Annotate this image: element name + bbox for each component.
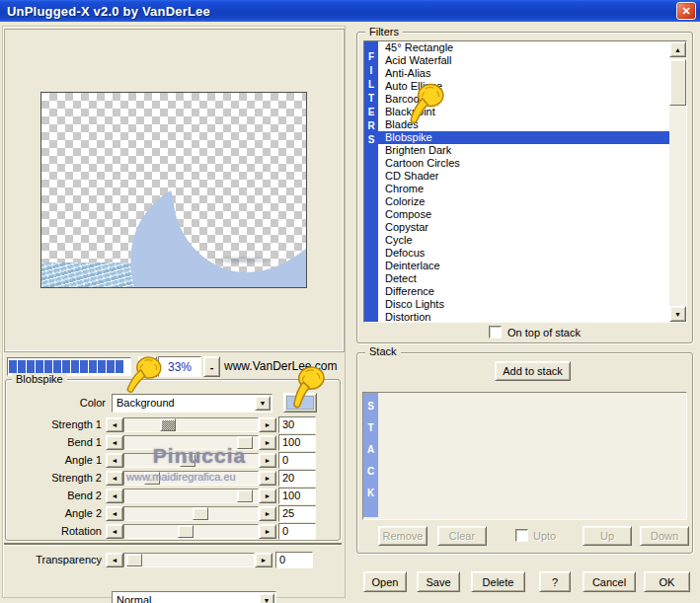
transparency-row: Transparency ◄ ► 0 <box>8 551 344 568</box>
slider-left-arrow-icon[interactable]: ◄ <box>106 506 123 521</box>
filter-list-item[interactable]: Distortion <box>378 311 669 322</box>
slider-right-arrow-icon[interactable]: ► <box>259 506 276 521</box>
filter-list-item[interactable]: Anti-Alias <box>378 67 669 80</box>
filter-list-item[interactable]: Chrome <box>378 183 669 195</box>
progress-block <box>36 360 43 373</box>
slider-value-field[interactable]: 30 <box>278 416 316 433</box>
slider-value-field[interactable]: 25 <box>278 505 316 522</box>
progress-block <box>107 360 115 373</box>
slider-value-field[interactable]: 0 <box>278 452 316 469</box>
zoom-out-button[interactable]: - <box>203 356 220 377</box>
scrollbar-thumb[interactable] <box>669 59 686 106</box>
slider-right-arrow-icon[interactable]: ► <box>259 524 276 539</box>
slider-right-arrow-icon[interactable]: ► <box>259 453 276 468</box>
filters-scrollbar[interactable]: ▲ ▼ <box>669 41 686 322</box>
blobspike-group-label: Blobspike <box>12 373 67 385</box>
slider-value-field[interactable]: 100 <box>278 434 316 451</box>
zoom-in-button[interactable]: + <box>138 356 157 377</box>
filters-vertical-label: FILTERS <box>366 41 377 322</box>
slider-label: Strength 2 <box>8 472 106 484</box>
save-button[interactable]: Save <box>417 571 460 592</box>
filter-list-item[interactable]: Blackpoint <box>378 106 669 118</box>
filter-list-item[interactable]: Blobspike <box>378 131 669 144</box>
slider-row: Angle 2 ◄ ► 25 <box>8 504 344 522</box>
filter-list-item[interactable]: CD Shader <box>378 170 669 183</box>
transparency-track[interactable] <box>123 553 255 567</box>
filter-list-item[interactable]: Deinterlace <box>378 260 669 272</box>
color-swatch-button[interactable] <box>283 393 317 413</box>
stack-group-label: Stack <box>365 345 401 357</box>
filters-list: 45° RectangleAcid WaterfallAnti-AliasAut… <box>378 41 669 322</box>
progress-block <box>18 360 26 373</box>
filter-list-item[interactable]: Defocus <box>378 247 669 260</box>
wave-shape <box>41 93 307 288</box>
slider-right-arrow-icon[interactable]: ► <box>259 417 276 432</box>
slider-left-arrow-icon[interactable]: ◄ <box>106 553 123 567</box>
filter-list-item[interactable]: 45° Rectangle <box>378 41 669 54</box>
progress-block <box>116 360 123 373</box>
color-combobox[interactable]: Background ▼ <box>112 394 272 413</box>
progress-block <box>71 360 79 373</box>
filter-list-item[interactable]: Brighten Dark <box>378 144 669 157</box>
preview-image[interactable] <box>40 92 307 288</box>
help-button[interactable]: ? <box>539 571 571 592</box>
chevron-down-icon[interactable]: ▼ <box>259 593 274 603</box>
filter-list-item[interactable]: Blades <box>378 118 669 131</box>
transparency-value-field[interactable]: 0 <box>275 552 313 568</box>
slider-right-arrow-icon[interactable]: ► <box>259 471 276 486</box>
on-top-of-stack-label: On top of stack <box>507 327 581 339</box>
slider-thumb[interactable] <box>160 418 176 431</box>
filter-list-item[interactable]: Cartoon Circles <box>378 157 669 170</box>
slider-left-arrow-icon[interactable]: ◄ <box>106 453 123 468</box>
slider-right-arrow-icon[interactable]: ► <box>259 435 276 450</box>
filter-list-item[interactable]: Compose <box>378 208 669 221</box>
filter-list-item[interactable]: Disco Lights <box>378 298 669 311</box>
slider-left-arrow-icon[interactable]: ◄ <box>106 417 123 432</box>
slider-value-field[interactable]: 0 <box>278 523 316 540</box>
slider-left-arrow-icon[interactable]: ◄ <box>106 524 123 539</box>
add-to-stack-button[interactable]: Add to stack <box>495 361 571 381</box>
filter-list-item[interactable]: Acid Waterfall <box>378 54 669 67</box>
title-bar[interactable]: UnPlugged-X v2.0 by VanDerLee ✕ <box>0 0 700 22</box>
filter-list-item[interactable]: Cycle <box>378 234 669 247</box>
clear-button: Clear <box>437 526 487 546</box>
slider-left-arrow-icon[interactable]: ◄ <box>106 489 123 503</box>
filter-list-item[interactable]: Detect <box>378 272 669 285</box>
slider-right-arrow-icon[interactable]: ► <box>259 489 276 503</box>
scroll-down-icon[interactable]: ▼ <box>669 306 686 322</box>
slider-track[interactable] <box>123 417 259 432</box>
on-top-of-stack-checkbox[interactable] <box>489 326 502 339</box>
ok-button[interactable]: OK <box>644 571 690 592</box>
chevron-down-icon[interactable]: ▼ <box>255 396 271 411</box>
slider-track[interactable] <box>123 489 259 503</box>
up-button: Up <box>583 526 632 546</box>
cancel-button[interactable]: Cancel <box>583 571 636 592</box>
unplugged-x-dialog: UnPlugged-X v2.0 by VanDerLee ✕ + 33% - … <box>0 0 700 603</box>
filter-list-item[interactable]: Difference <box>378 285 669 298</box>
filter-list-item[interactable]: Copystar <box>378 221 669 234</box>
slider-left-arrow-icon[interactable]: ◄ <box>106 435 123 450</box>
slider-thumb[interactable] <box>193 507 208 520</box>
color-combobox-value: Background <box>117 397 175 409</box>
slider-left-arrow-icon[interactable]: ◄ <box>106 471 123 486</box>
close-button[interactable]: ✕ <box>676 2 696 20</box>
watermark-site: www.maidiregrafica.eu <box>126 471 255 483</box>
open-button[interactable]: Open <box>363 571 407 592</box>
slider-thumb[interactable] <box>237 490 253 502</box>
scroll-up-icon[interactable]: ▲ <box>669 41 686 57</box>
slider-track[interactable] <box>123 524 259 539</box>
delete-button[interactable]: Delete <box>471 571 525 592</box>
vanderlee-link[interactable]: www.VanDerLee.com <box>224 359 345 373</box>
slider-value-field[interactable]: 20 <box>278 470 316 487</box>
stack-vertical-label: STACK <box>365 393 376 517</box>
slider-thumb[interactable] <box>178 525 194 538</box>
blend-mode-combobox[interactable]: Normal ▼ <box>112 591 276 603</box>
slider-value-field[interactable]: 100 <box>278 488 316 504</box>
filter-list-item[interactable]: Auto Ellipse <box>378 80 669 93</box>
slider-track[interactable] <box>123 506 259 521</box>
transparency-thumb[interactable] <box>126 554 142 566</box>
slider-right-arrow-icon[interactable]: ► <box>255 553 272 567</box>
filter-list-item[interactable]: Barcode <box>378 93 669 106</box>
filter-list-item[interactable]: Colorize <box>378 195 669 208</box>
slider-row: Bend 2 ◄ ► 100 <box>8 487 344 504</box>
